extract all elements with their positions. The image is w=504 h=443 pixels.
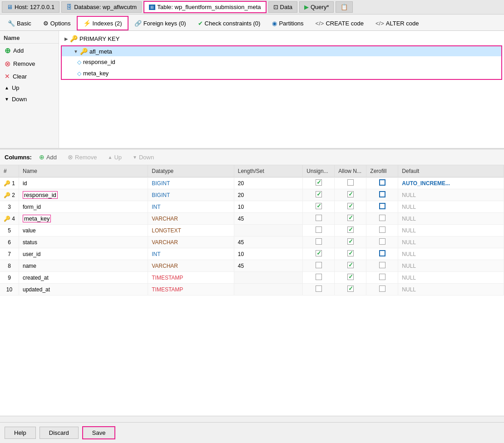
tab-basic[interactable]: 🔧 Basic	[2, 17, 37, 30]
checked-checkbox[interactable]: ✓	[347, 215, 354, 221]
tree-item-primary[interactable]: ▶ 🔑 PRIMARY KEY	[59, 33, 504, 44]
data-tab[interactable]: ⊡ Data	[268, 1, 297, 13]
unchecked-checkbox[interactable]	[379, 226, 385, 233]
columns-up-button[interactable]: ▲ Up	[104, 153, 126, 162]
tab-foreign-keys[interactable]: 🔗 Foreign keys (0)	[128, 17, 192, 30]
unchecked-checkbox[interactable]	[379, 262, 385, 268]
table-row[interactable]: 🔑 1idBIGINT20✓AUTO_INCREME...	[0, 177, 504, 189]
columns-remove-button[interactable]: ⊗ Remove	[64, 152, 100, 162]
tab-partitions[interactable]: ◉ Partitions	[266, 17, 309, 30]
database-tab[interactable]: 🗄 Database: wp_aflwcutm	[61, 1, 142, 13]
table-row[interactable]: 7user_idINT10✓✓NULL	[0, 248, 504, 260]
cell-unsigned[interactable]: ✓	[303, 189, 335, 201]
checked-checkbox[interactable]: ✓	[347, 262, 354, 268]
tab-create[interactable]: </> CREATE code	[310, 17, 370, 30]
table-row[interactable]: 6statusVARCHAR45✓NULL	[0, 236, 504, 248]
tab-indexes[interactable]: ⚡ Indexes (2)	[77, 16, 128, 30]
cell-zerofill[interactable]	[366, 225, 398, 236]
tree-item-meta-key[interactable]: ◇ meta_key	[62, 68, 501, 79]
tab-options[interactable]: ⚙ Options	[37, 17, 77, 30]
table-row[interactable]: 3form_idINT10✓✓NULL	[0, 201, 504, 213]
tab-check[interactable]: ✔ Check constraints (0)	[192, 17, 267, 30]
cell-zerofill[interactable]	[366, 213, 398, 225]
unchecked-checkbox[interactable]	[316, 285, 322, 292]
table-row[interactable]: 🔑 2response_idBIGINT20✓✓NULL	[0, 189, 504, 201]
cell-unsigned[interactable]	[303, 213, 335, 225]
save-button[interactable]: Save	[82, 426, 116, 439]
blue-checkbox[interactable]	[379, 179, 385, 186]
cell-unsigned[interactable]	[303, 284, 335, 295]
cell-unsigned[interactable]: ✓	[303, 248, 335, 260]
unchecked-checkbox[interactable]	[316, 215, 322, 221]
table-tab[interactable]: ⊞ Table: wp_fluentform_submission_meta	[143, 1, 266, 13]
cell-allownull[interactable]: ✓	[335, 260, 366, 272]
columns-down-button[interactable]: ▼ Down	[129, 153, 158, 162]
cell-unsigned[interactable]	[303, 260, 335, 272]
unchecked-checkbox[interactable]	[347, 179, 354, 186]
unchecked-checkbox[interactable]	[379, 285, 385, 292]
cell-allownull[interactable]: ✓	[335, 189, 366, 201]
checked-checkbox[interactable]: ✓	[347, 203, 354, 209]
cell-allownull[interactable]: ✓	[335, 236, 366, 248]
clear-button[interactable]: ✕ Clear	[0, 71, 59, 82]
cell-allownull[interactable]: ✓	[335, 284, 366, 295]
tab-alter[interactable]: </> ALTER code	[370, 17, 425, 30]
unchecked-checkbox[interactable]	[316, 226, 322, 233]
unchecked-checkbox[interactable]	[316, 262, 322, 268]
checked-checkbox[interactable]: ✓	[316, 179, 322, 186]
cell-zerofill[interactable]	[366, 201, 398, 213]
unchecked-checkbox[interactable]	[379, 238, 385, 245]
tree-item-response-id[interactable]: ◇ response_id	[62, 56, 501, 68]
checked-checkbox[interactable]: ✓	[347, 226, 354, 233]
help-button[interactable]: Help	[5, 427, 36, 439]
cell-allownull[interactable]: ✓	[335, 225, 366, 236]
unchecked-checkbox[interactable]	[379, 274, 385, 280]
horizontal-scrollbar[interactable]	[0, 416, 504, 422]
table-row[interactable]: 5valueLONGTEXT✓NULL	[0, 225, 504, 236]
checked-checkbox[interactable]: ✓	[347, 274, 354, 280]
checked-checkbox[interactable]: ✓	[347, 285, 354, 292]
add-button[interactable]: ⊕ Add	[0, 44, 59, 57]
cell-zerofill[interactable]	[366, 248, 398, 260]
cell-zerofill[interactable]	[366, 189, 398, 201]
checked-checkbox[interactable]: ✓	[316, 191, 322, 197]
unchecked-checkbox[interactable]	[379, 215, 385, 221]
cell-allownull[interactable]: ✓	[335, 201, 366, 213]
blue-checkbox[interactable]	[379, 203, 385, 209]
cell-unsigned[interactable]	[303, 225, 335, 236]
export-tab[interactable]: 📋	[336, 1, 353, 13]
query-tab[interactable]: ▶ Query*	[299, 1, 334, 13]
table-row[interactable]: 10updated_atTIMESTAMP✓NULL	[0, 284, 504, 295]
tree-item-afl-meta[interactable]: ▼ 🔑 afl_meta	[62, 46, 501, 56]
cell-zerofill[interactable]	[366, 177, 398, 189]
cell-unsigned[interactable]	[303, 272, 335, 284]
table-row[interactable]: 9created_atTIMESTAMP✓NULL	[0, 272, 504, 284]
blue-checkbox[interactable]	[379, 250, 385, 256]
table-row[interactable]: 🔑 4meta_keyVARCHAR45✓NULL	[0, 213, 504, 225]
host-tab[interactable]: 🖥 Host: 127.0.0.1	[2, 1, 59, 13]
cell-unsigned[interactable]	[303, 236, 335, 248]
cell-zerofill[interactable]	[366, 284, 398, 295]
cell-allownull[interactable]: ✓	[335, 248, 366, 260]
blue-checkbox[interactable]	[379, 191, 385, 197]
cell-zerofill[interactable]	[366, 236, 398, 248]
down-button[interactable]: ▼ Down	[0, 94, 59, 104]
unchecked-checkbox[interactable]	[316, 238, 322, 245]
cell-unsigned[interactable]: ✓	[303, 201, 335, 213]
cell-allownull[interactable]: ✓	[335, 272, 366, 284]
checked-checkbox[interactable]: ✓	[347, 250, 354, 256]
up-button[interactable]: ▲ Up	[0, 83, 59, 93]
checked-checkbox[interactable]: ✓	[316, 250, 322, 256]
cell-allownull[interactable]	[335, 177, 366, 189]
cell-allownull[interactable]: ✓	[335, 213, 366, 225]
checked-checkbox[interactable]: ✓	[316, 203, 322, 209]
table-row[interactable]: 8nameVARCHAR45✓NULL	[0, 260, 504, 272]
cell-zerofill[interactable]	[366, 272, 398, 284]
discard-button[interactable]: Discard	[40, 427, 79, 439]
cell-unsigned[interactable]: ✓	[303, 177, 335, 189]
checked-checkbox[interactable]: ✓	[347, 191, 354, 197]
checked-checkbox[interactable]: ✓	[347, 238, 354, 245]
unchecked-checkbox[interactable]	[316, 274, 322, 280]
columns-add-button[interactable]: ⊕ Add	[35, 152, 60, 162]
cell-zerofill[interactable]	[366, 260, 398, 272]
